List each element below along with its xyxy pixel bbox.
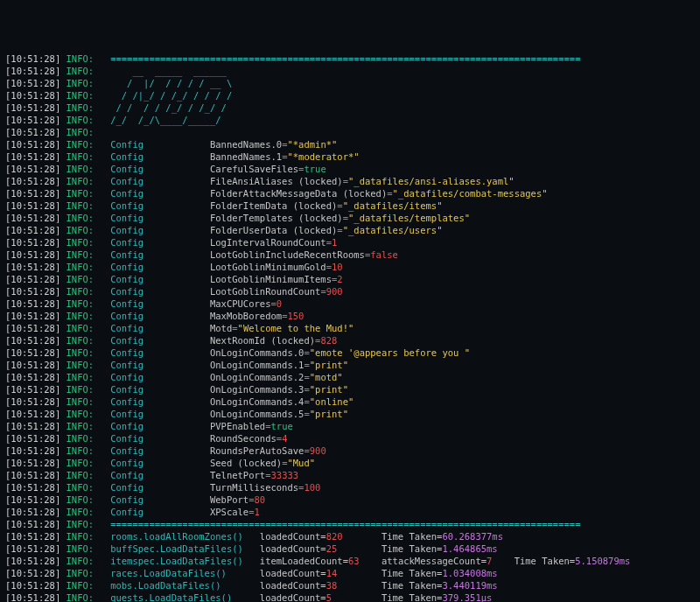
config-line: [10:51:28] INFO: Config TurnMilliseconds… xyxy=(5,481,695,494)
config-line: [10:51:28] INFO: Config OnLoginCommands.… xyxy=(5,408,695,420)
config-line: [10:51:28] INFO: Config LootGoblinInclud… xyxy=(5,248,695,261)
config-line: [10:51:28] INFO: Config MaxCPUCores=0 xyxy=(5,298,695,310)
config-line: [10:51:28] INFO: Config OnLoginCommands.… xyxy=(5,359,695,371)
config-line: [10:51:28] INFO: Config Seed (locked)="M… xyxy=(5,457,695,469)
config-line: [10:51:28] INFO: Config MaxMobBoredom=15… xyxy=(5,310,695,322)
config-line: [10:51:28] INFO: Config LogIntervalRound… xyxy=(5,236,695,248)
loader-line: [10:51:28] INFO: itemspec.LoadDataFiles(… xyxy=(5,555,695,567)
config-line: [10:51:28] INFO: Config BannedNames.1="*… xyxy=(5,150,695,163)
config-line: [10:51:28] INFO: Config XPScale=1 xyxy=(5,506,695,518)
config-line: [10:51:28] INFO: Config Motd="Welcome to… xyxy=(5,322,695,334)
config-line: [10:51:28] INFO: Config CarefulSaveFiles… xyxy=(5,163,695,175)
loader-line: [10:51:28] INFO: buffSpec.LoadDataFiles(… xyxy=(5,542,695,555)
ascii-line: [10:51:28] INFO: / |/ / / / / __ \ xyxy=(5,77,695,89)
config-line: [10:51:28] INFO: Config OnLoginCommands.… xyxy=(5,371,695,383)
config-line: [10:51:28] INFO: Config FileAnsiAliases … xyxy=(5,175,695,187)
config-line: [10:51:28] INFO: Config PVPEnabled=true xyxy=(5,420,695,432)
config-line: [10:51:28] INFO: Config FolderAttackMess… xyxy=(5,187,695,200)
header-rule: [10:51:28] INFO: =======================… xyxy=(5,52,695,65)
config-line: [10:51:28] INFO: Config FolderTemplates … xyxy=(5,212,695,224)
config-line: [10:51:28] INFO: Config BannedNames.0="*… xyxy=(5,138,695,150)
rule: [10:51:28] INFO: =======================… xyxy=(5,518,695,530)
config-line: [10:51:28] INFO: Config LootGoblinRoundC… xyxy=(5,285,695,298)
config-line: [10:51:28] INFO: Config OnLoginCommands.… xyxy=(5,396,695,408)
ascii-line: [10:51:28] INFO: / / / / /_/ / /_/ / xyxy=(5,102,695,114)
loader-line: [10:51:28] INFO: quests.LoadDataFiles() … xyxy=(5,592,695,602)
config-line: [10:51:28] INFO: Config FolderUserData (… xyxy=(5,224,695,236)
ascii-line: [10:51:28] INFO: __ _____ ______ xyxy=(5,65,695,77)
ascii-line: [10:51:28] INFO: /_/ /_/\____/_____/ xyxy=(5,114,695,126)
config-line: [10:51:28] INFO: Config RoundSeconds=4 xyxy=(5,432,695,444)
config-line: [10:51:28] INFO: Config TelnetPort=33333 xyxy=(5,469,695,481)
config-line: [10:51:28] INFO: Config LootGoblinMinimu… xyxy=(5,273,695,285)
config-line: [10:51:28] INFO: Config LootGoblinMinimu… xyxy=(5,261,695,273)
blank: [10:51:28] INFO: xyxy=(5,126,695,138)
ascii-line: [10:51:28] INFO: / /|_/ / /_/ / / / / xyxy=(5,89,695,102)
config-line: [10:51:28] INFO: Config RoundsPerAutoSav… xyxy=(5,444,695,457)
config-line: [10:51:28] INFO: Config OnLoginCommands.… xyxy=(5,383,695,396)
loader-line: [10:51:28] INFO: mobs.LoadDataFiles() lo… xyxy=(5,579,695,592)
config-line: [10:51:28] INFO: Config WebPort=80 xyxy=(5,494,695,506)
config-line: [10:51:28] INFO: Config OnLoginCommands.… xyxy=(5,346,695,359)
loader-line: [10:51:28] INFO: races.LoadDataFiles() l… xyxy=(5,567,695,579)
config-line: [10:51:28] INFO: Config NextRoomId (lock… xyxy=(5,334,695,346)
config-line: [10:51:28] INFO: Config FolderItemData (… xyxy=(5,200,695,212)
loader-line: [10:51:28] INFO: rooms.loadAllRoomZones(… xyxy=(5,530,695,542)
